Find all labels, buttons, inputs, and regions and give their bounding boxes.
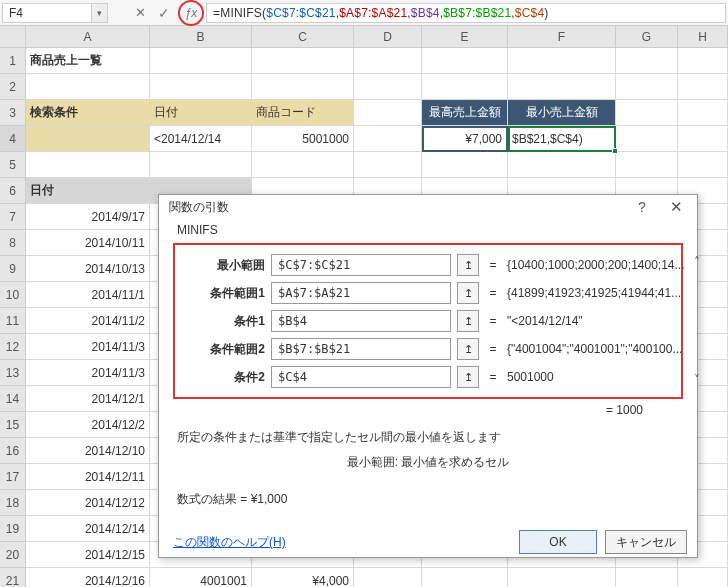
ok-button[interactable]: OK [519, 530, 597, 554]
name-box[interactable]: F4 [2, 3, 92, 23]
cell[interactable]: 2014/11/2 [26, 308, 150, 334]
row-header[interactable]: 15 [0, 412, 26, 438]
cell[interactable]: 2014/12/14 [26, 516, 150, 542]
cell[interactable]: $B$21,$C$4) [508, 126, 616, 152]
cell[interactable]: 日付 [150, 100, 252, 126]
cell[interactable]: 2014/12/10 [26, 438, 150, 464]
cell[interactable] [354, 74, 422, 100]
cell[interactable]: 2014/11/3 [26, 334, 150, 360]
row-header[interactable]: 14 [0, 386, 26, 412]
cell[interactable] [678, 568, 728, 587]
col-header[interactable]: H [678, 26, 728, 48]
row-header[interactable]: 11 [0, 308, 26, 334]
cell[interactable] [678, 152, 728, 178]
cell[interactable] [616, 152, 678, 178]
row-header[interactable]: 9 [0, 256, 26, 282]
cell[interactable]: 4001001 [150, 568, 252, 587]
insert-function-icon[interactable]: ƒx [182, 4, 200, 22]
cell[interactable]: 2014/12/15 [26, 542, 150, 568]
row-header[interactable]: 6 [0, 178, 26, 204]
cell[interactable] [354, 100, 422, 126]
cell[interactable]: 2014/12/16 [26, 568, 150, 587]
cell[interactable] [422, 568, 508, 587]
cell[interactable] [616, 126, 678, 152]
cancel-icon[interactable] [128, 3, 152, 23]
cell[interactable]: 2014/11/1 [26, 282, 150, 308]
col-header[interactable]: A [26, 26, 150, 48]
cell[interactable] [422, 74, 508, 100]
row-header[interactable]: 4 [0, 126, 26, 152]
col-header[interactable]: D [354, 26, 422, 48]
cell[interactable] [354, 152, 422, 178]
cell[interactable] [252, 152, 354, 178]
arg-input-min-range[interactable]: $C$7:$C$21 [271, 254, 451, 276]
cancel-button[interactable]: キャンセル [605, 530, 687, 554]
arg-input-criteria-range2[interactable]: $B$7:$B$21 [271, 338, 451, 360]
row-header[interactable]: 12 [0, 334, 26, 360]
cell[interactable]: 商品売上一覧 [26, 48, 150, 74]
cell[interactable]: ¥7,000 [422, 126, 508, 152]
cell[interactable]: 最高売上金額 [422, 100, 508, 126]
cell[interactable]: 2014/10/13 [26, 256, 150, 282]
cell[interactable] [508, 74, 616, 100]
cell[interactable] [508, 152, 616, 178]
row-header[interactable]: 3 [0, 100, 26, 126]
name-box-dropdown[interactable]: ▾ [92, 3, 108, 23]
row-header[interactable]: 7 [0, 204, 26, 230]
row-header[interactable]: 19 [0, 516, 26, 542]
cell[interactable] [422, 152, 508, 178]
cell[interactable] [616, 100, 678, 126]
chevron-up-icon[interactable]: ˄ [689, 255, 705, 269]
range-picker-icon[interactable] [457, 282, 479, 304]
fill-handle[interactable] [612, 148, 618, 154]
cell[interactable] [26, 74, 150, 100]
range-picker-icon[interactable] [457, 254, 479, 276]
row-header[interactable]: 8 [0, 230, 26, 256]
arg-input-criteria-range1[interactable]: $A$7:$A$21 [271, 282, 451, 304]
cell[interactable] [150, 152, 252, 178]
function-help-link[interactable]: この関数のヘルプ(H) [173, 534, 511, 551]
row-header[interactable]: 5 [0, 152, 26, 178]
cell[interactable] [354, 568, 422, 587]
cell[interactable]: 2014/12/11 [26, 464, 150, 490]
arg-input-criteria1[interactable]: $B$4 [271, 310, 451, 332]
cell[interactable]: 2014/10/11 [26, 230, 150, 256]
cell[interactable]: 最小売上金額 [508, 100, 616, 126]
col-header[interactable]: B [150, 26, 252, 48]
range-picker-icon[interactable] [457, 366, 479, 388]
chevron-down-icon[interactable]: ˅ [689, 373, 705, 387]
range-picker-icon[interactable] [457, 310, 479, 332]
range-picker-icon[interactable] [457, 338, 479, 360]
col-header[interactable]: G [616, 26, 678, 48]
cell[interactable]: 2014/9/17 [26, 204, 150, 230]
formula-input[interactable]: =MINIFS( $C$7:$C$21, $A$7:$A$21, $B$4, $… [206, 3, 726, 23]
cell[interactable] [508, 48, 616, 74]
row-header[interactable]: 18 [0, 490, 26, 516]
cell[interactable]: 日付 [26, 178, 150, 204]
cell[interactable]: 検索条件 [26, 100, 150, 126]
col-header[interactable]: C [252, 26, 354, 48]
cell[interactable] [26, 126, 150, 152]
row-header[interactable]: 1 [0, 48, 26, 74]
row-header[interactable]: 21 [0, 568, 26, 587]
cell[interactable] [422, 48, 508, 74]
cell[interactable] [354, 48, 422, 74]
row-header[interactable]: 13 [0, 360, 26, 386]
arg-input-criteria2[interactable]: $C$4 [271, 366, 451, 388]
cell[interactable] [678, 74, 728, 100]
cell[interactable]: 2014/12/1 [26, 386, 150, 412]
cell[interactable] [252, 74, 354, 100]
cell[interactable]: 5001000 [252, 126, 354, 152]
enter-icon[interactable] [152, 3, 176, 23]
help-icon[interactable]: ? [625, 195, 659, 219]
cell[interactable] [150, 74, 252, 100]
cell[interactable] [616, 74, 678, 100]
row-header[interactable]: 20 [0, 542, 26, 568]
cell[interactable] [508, 568, 616, 587]
cell[interactable] [252, 48, 354, 74]
col-header[interactable]: E [422, 26, 508, 48]
cell[interactable]: 2014/12/2 [26, 412, 150, 438]
cell[interactable] [354, 126, 422, 152]
col-header[interactable]: F [508, 26, 616, 48]
cell[interactable] [678, 48, 728, 74]
